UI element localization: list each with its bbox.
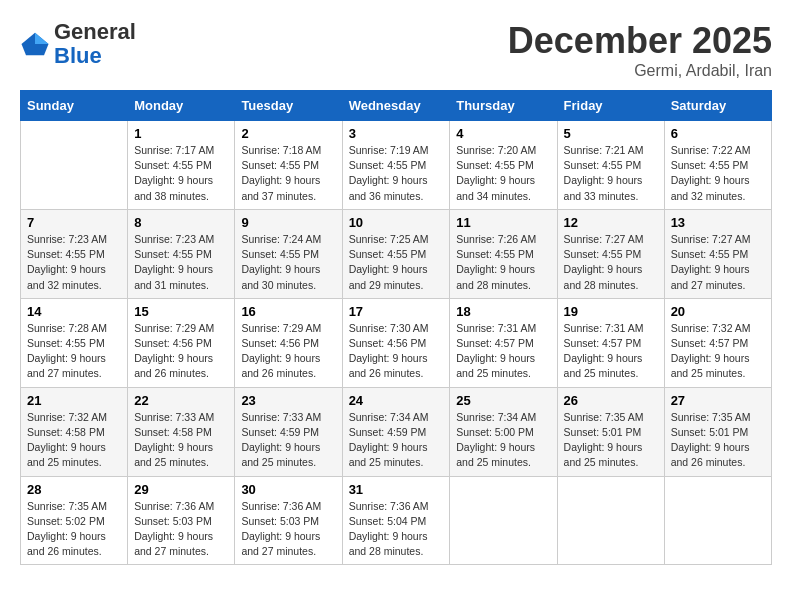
calendar-cell: 11Sunrise: 7:26 AMSunset: 4:55 PMDayligh… [450, 209, 557, 298]
day-number: 1 [134, 126, 228, 141]
calendar-cell: 29Sunrise: 7:36 AMSunset: 5:03 PMDayligh… [128, 476, 235, 565]
calendar-cell [450, 476, 557, 565]
day-number: 16 [241, 304, 335, 319]
calendar-cell: 21Sunrise: 7:32 AMSunset: 4:58 PMDayligh… [21, 387, 128, 476]
calendar-week-1: 1Sunrise: 7:17 AMSunset: 4:55 PMDaylight… [21, 121, 772, 210]
day-info: Sunrise: 7:33 AMSunset: 4:58 PMDaylight:… [134, 410, 228, 471]
calendar-cell: 25Sunrise: 7:34 AMSunset: 5:00 PMDayligh… [450, 387, 557, 476]
day-info: Sunrise: 7:34 AMSunset: 4:59 PMDaylight:… [349, 410, 444, 471]
day-number: 13 [671, 215, 765, 230]
calendar-cell: 19Sunrise: 7:31 AMSunset: 4:57 PMDayligh… [557, 298, 664, 387]
calendar-cell: 17Sunrise: 7:30 AMSunset: 4:56 PMDayligh… [342, 298, 450, 387]
calendar-cell: 1Sunrise: 7:17 AMSunset: 4:55 PMDaylight… [128, 121, 235, 210]
calendar-cell: 23Sunrise: 7:33 AMSunset: 4:59 PMDayligh… [235, 387, 342, 476]
day-info: Sunrise: 7:21 AMSunset: 4:55 PMDaylight:… [564, 143, 658, 204]
title-block: December 2025 Germi, Ardabil, Iran [508, 20, 772, 80]
day-number: 22 [134, 393, 228, 408]
calendar-table: SundayMondayTuesdayWednesdayThursdayFrid… [20, 90, 772, 565]
location-text: Germi, Ardabil, Iran [508, 62, 772, 80]
day-number: 18 [456, 304, 550, 319]
calendar-cell [21, 121, 128, 210]
day-info: Sunrise: 7:31 AMSunset: 4:57 PMDaylight:… [456, 321, 550, 382]
calendar-body: 1Sunrise: 7:17 AMSunset: 4:55 PMDaylight… [21, 121, 772, 565]
calendar-cell: 3Sunrise: 7:19 AMSunset: 4:55 PMDaylight… [342, 121, 450, 210]
calendar-cell: 10Sunrise: 7:25 AMSunset: 4:55 PMDayligh… [342, 209, 450, 298]
calendar-cell: 15Sunrise: 7:29 AMSunset: 4:56 PMDayligh… [128, 298, 235, 387]
calendar-cell: 13Sunrise: 7:27 AMSunset: 4:55 PMDayligh… [664, 209, 771, 298]
calendar-week-3: 14Sunrise: 7:28 AMSunset: 4:55 PMDayligh… [21, 298, 772, 387]
day-info: Sunrise: 7:29 AMSunset: 4:56 PMDaylight:… [241, 321, 335, 382]
day-number: 2 [241, 126, 335, 141]
day-number: 21 [27, 393, 121, 408]
calendar-cell: 4Sunrise: 7:20 AMSunset: 4:55 PMDaylight… [450, 121, 557, 210]
calendar-cell [664, 476, 771, 565]
day-info: Sunrise: 7:35 AMSunset: 5:01 PMDaylight:… [671, 410, 765, 471]
logo: General Blue [20, 20, 136, 68]
calendar-cell: 24Sunrise: 7:34 AMSunset: 4:59 PMDayligh… [342, 387, 450, 476]
day-info: Sunrise: 7:26 AMSunset: 4:55 PMDaylight:… [456, 232, 550, 293]
day-info: Sunrise: 7:19 AMSunset: 4:55 PMDaylight:… [349, 143, 444, 204]
calendar-cell: 28Sunrise: 7:35 AMSunset: 5:02 PMDayligh… [21, 476, 128, 565]
calendar-cell: 18Sunrise: 7:31 AMSunset: 4:57 PMDayligh… [450, 298, 557, 387]
day-number: 9 [241, 215, 335, 230]
calendar-week-4: 21Sunrise: 7:32 AMSunset: 4:58 PMDayligh… [21, 387, 772, 476]
day-number: 17 [349, 304, 444, 319]
weekday-header-tuesday: Tuesday [235, 91, 342, 121]
logo-icon [20, 29, 50, 59]
day-number: 25 [456, 393, 550, 408]
day-number: 20 [671, 304, 765, 319]
day-number: 27 [671, 393, 765, 408]
calendar-week-2: 7Sunrise: 7:23 AMSunset: 4:55 PMDaylight… [21, 209, 772, 298]
day-number: 30 [241, 482, 335, 497]
day-info: Sunrise: 7:32 AMSunset: 4:58 PMDaylight:… [27, 410, 121, 471]
day-info: Sunrise: 7:24 AMSunset: 4:55 PMDaylight:… [241, 232, 335, 293]
day-number: 6 [671, 126, 765, 141]
calendar-cell: 27Sunrise: 7:35 AMSunset: 5:01 PMDayligh… [664, 387, 771, 476]
day-info: Sunrise: 7:29 AMSunset: 4:56 PMDaylight:… [134, 321, 228, 382]
logo-blue-text: Blue [54, 43, 102, 68]
day-info: Sunrise: 7:17 AMSunset: 4:55 PMDaylight:… [134, 143, 228, 204]
weekday-header-friday: Friday [557, 91, 664, 121]
day-number: 5 [564, 126, 658, 141]
calendar-week-5: 28Sunrise: 7:35 AMSunset: 5:02 PMDayligh… [21, 476, 772, 565]
day-info: Sunrise: 7:27 AMSunset: 4:55 PMDaylight:… [564, 232, 658, 293]
day-info: Sunrise: 7:28 AMSunset: 4:55 PMDaylight:… [27, 321, 121, 382]
day-number: 29 [134, 482, 228, 497]
day-number: 14 [27, 304, 121, 319]
day-info: Sunrise: 7:20 AMSunset: 4:55 PMDaylight:… [456, 143, 550, 204]
day-number: 19 [564, 304, 658, 319]
svg-marker-1 [35, 33, 49, 44]
day-number: 11 [456, 215, 550, 230]
day-info: Sunrise: 7:35 AMSunset: 5:01 PMDaylight:… [564, 410, 658, 471]
calendar-cell: 26Sunrise: 7:35 AMSunset: 5:01 PMDayligh… [557, 387, 664, 476]
weekday-header-thursday: Thursday [450, 91, 557, 121]
day-info: Sunrise: 7:23 AMSunset: 4:55 PMDaylight:… [27, 232, 121, 293]
day-number: 15 [134, 304, 228, 319]
day-info: Sunrise: 7:30 AMSunset: 4:56 PMDaylight:… [349, 321, 444, 382]
day-info: Sunrise: 7:36 AMSunset: 5:03 PMDaylight:… [241, 499, 335, 560]
weekday-header-monday: Monday [128, 91, 235, 121]
logo-general-text: General [54, 19, 136, 44]
day-info: Sunrise: 7:34 AMSunset: 5:00 PMDaylight:… [456, 410, 550, 471]
weekday-header-wednesday: Wednesday [342, 91, 450, 121]
calendar-cell: 16Sunrise: 7:29 AMSunset: 4:56 PMDayligh… [235, 298, 342, 387]
day-number: 3 [349, 126, 444, 141]
calendar-cell: 20Sunrise: 7:32 AMSunset: 4:57 PMDayligh… [664, 298, 771, 387]
day-info: Sunrise: 7:35 AMSunset: 5:02 PMDaylight:… [27, 499, 121, 560]
calendar-cell: 12Sunrise: 7:27 AMSunset: 4:55 PMDayligh… [557, 209, 664, 298]
day-number: 28 [27, 482, 121, 497]
day-number: 4 [456, 126, 550, 141]
day-number: 10 [349, 215, 444, 230]
day-info: Sunrise: 7:36 AMSunset: 5:04 PMDaylight:… [349, 499, 444, 560]
calendar-cell: 5Sunrise: 7:21 AMSunset: 4:55 PMDaylight… [557, 121, 664, 210]
page-header: General Blue December 2025 Germi, Ardabi… [20, 20, 772, 80]
calendar-cell: 31Sunrise: 7:36 AMSunset: 5:04 PMDayligh… [342, 476, 450, 565]
day-info: Sunrise: 7:27 AMSunset: 4:55 PMDaylight:… [671, 232, 765, 293]
day-number: 12 [564, 215, 658, 230]
day-info: Sunrise: 7:31 AMSunset: 4:57 PMDaylight:… [564, 321, 658, 382]
weekday-header-sunday: Sunday [21, 91, 128, 121]
day-info: Sunrise: 7:32 AMSunset: 4:57 PMDaylight:… [671, 321, 765, 382]
calendar-cell: 2Sunrise: 7:18 AMSunset: 4:55 PMDaylight… [235, 121, 342, 210]
month-title: December 2025 [508, 20, 772, 62]
day-number: 7 [27, 215, 121, 230]
